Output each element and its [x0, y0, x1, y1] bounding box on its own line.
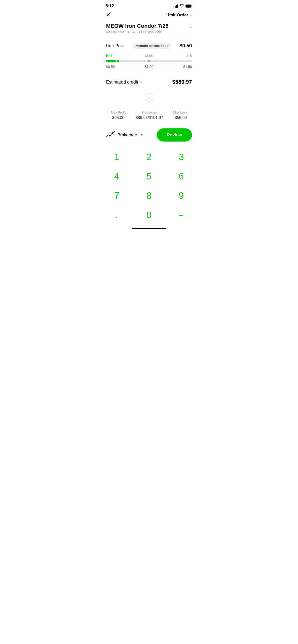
close-button[interactable]: ✕ [106, 12, 110, 18]
brokerage-icon [106, 131, 115, 140]
bid-mark-ask-labels: Bid Mark Ask [106, 54, 192, 58]
numpad-dot[interactable]: . [101, 206, 133, 225]
bid-mark-ask-values: $0.50 $1.00 $1.50 [106, 65, 192, 69]
bid-value: $0.50 [106, 65, 115, 69]
max-loss-stat: Max Loss -$56.00 [173, 110, 187, 120]
signal-bar-2 [175, 6, 176, 8]
slider-thumb-green [116, 59, 120, 63]
max-loss-label: Max Loss [173, 110, 187, 114]
brokerage-label: Brokerage [117, 132, 137, 138]
expand-section: ⌄ [101, 91, 197, 106]
bid-label: Bid [106, 54, 112, 58]
estimated-credit-row: Estimated credit ⌄ $589.97 [101, 73, 197, 91]
home-indicator [101, 225, 197, 231]
strategy-subtitle: MEOW $93.18 · $2,311.88 available [106, 30, 169, 34]
numpad-key-1[interactable]: 1 [101, 148, 133, 167]
signal-bar-1 [174, 7, 174, 8]
estimated-credit-chevron-icon: ⌄ [139, 80, 142, 84]
numpad-key-9[interactable]: 9 [165, 186, 197, 206]
mark-label: Mark [145, 54, 153, 58]
home-indicator-bar [132, 228, 166, 229]
order-type-button[interactable]: Limit Order ⌄ [165, 13, 192, 18]
limit-price-row: Limit Price Medium fill likelihood $0.50 [101, 38, 197, 52]
estimated-credit-toggle[interactable]: Estimated credit ⌄ [106, 80, 142, 85]
status-time: 5:12 [105, 4, 114, 8]
numpad: 123456789.0← [101, 146, 197, 225]
signal-bar-3 [176, 5, 177, 8]
brokerage-arrows-icon: ⇕ [140, 133, 143, 137]
numpad-backspace[interactable]: ← [165, 206, 197, 225]
battery-icon [186, 4, 193, 8]
max-profit-value: $65.00 [111, 116, 126, 120]
svg-rect-1 [186, 5, 191, 7]
signal-bars-icon [174, 4, 178, 8]
mark-value: $1.00 [144, 65, 153, 69]
max-loss-value: -$56.00 [173, 116, 187, 120]
title-left: MEOW Iron Condor 7/28 MEOW $93.18 · $2,3… [106, 23, 169, 34]
numpad-key-7[interactable]: 7 [101, 186, 133, 206]
breakeven-stat: Breakeven $86.93/$101.07 [135, 110, 163, 120]
numpad-key-8[interactable]: 8 [133, 186, 165, 206]
slider-section: Bid Mark Ask $0.50 $1.00 $1.50 [101, 52, 197, 73]
limit-price-label: Limit Price [106, 44, 125, 48]
slider-track[interactable] [106, 60, 192, 62]
wifi-icon [180, 4, 184, 8]
slider-thumb-gray [148, 60, 150, 62]
numpad-key-4[interactable]: 4 [101, 167, 133, 186]
header: ✕ Limit Order ⌄ [101, 10, 197, 22]
limit-price-value: $0.50 [180, 43, 192, 48]
breakeven-value: $86.93/$101.07 [135, 116, 163, 120]
expand-chevron-icon: ⌄ [148, 96, 151, 100]
numpad-key-0[interactable]: 0 [133, 206, 165, 225]
breakeven-label: Breakeven [135, 110, 163, 114]
max-profit-stat: Max Profit $65.00 [111, 110, 126, 120]
numpad-key-2[interactable]: 2 [133, 148, 165, 167]
signal-bar-4 [177, 4, 178, 8]
ask-value: $1.50 [183, 65, 192, 69]
action-row: Brokerage ⇕ Review [101, 126, 197, 146]
order-type-chevron-icon: ⌄ [189, 14, 192, 17]
numpad-key-3[interactable]: 3 [165, 148, 197, 167]
ask-label: Ask [186, 54, 192, 58]
fill-likelihood-badge: Medium fill likelihood [133, 43, 171, 49]
brokerage-selector[interactable]: Brokerage ⇕ [106, 131, 143, 140]
estimated-credit-value: $589.97 [172, 79, 192, 85]
estimated-credit-label: Estimated credit [106, 80, 138, 85]
review-button[interactable]: Review [157, 128, 192, 142]
stats-row: Max Profit $65.00 Breakeven $86.93/$101.… [101, 106, 197, 126]
order-type-label: Limit Order [165, 13, 188, 18]
title-section: MEOW Iron Condor 7/28 MEOW $93.18 · $2,3… [101, 22, 197, 38]
numpad-key-6[interactable]: 6 [165, 167, 197, 186]
numpad-key-5[interactable]: 5 [133, 167, 165, 186]
quantity-badge: 1 [190, 23, 192, 29]
status-bar: 5:12 [101, 0, 197, 10]
max-profit-label: Max Profit [111, 110, 126, 114]
expand-button[interactable]: ⌄ [145, 93, 153, 102]
strategy-title: MEOW Iron Condor 7/28 [106, 23, 169, 29]
status-icons [174, 4, 193, 8]
